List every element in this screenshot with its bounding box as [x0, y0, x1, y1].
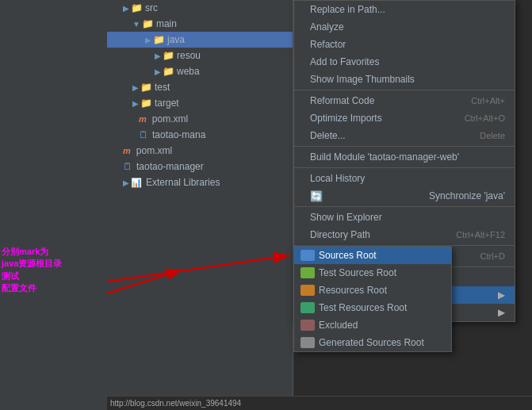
- folder-icon-resou: 📁: [163, 50, 174, 61]
- tree-item-java[interactable]: ▶ 📁 java: [107, 32, 293, 48]
- sync-icon: 🔄: [310, 190, 323, 202]
- submenu-item-resources[interactable]: Resources Root: [294, 282, 451, 299]
- tree-label-java: java: [167, 34, 185, 45]
- separator-1: [294, 90, 515, 90]
- tree-item-test[interactable]: ▶ 📁 test: [107, 79, 293, 95]
- menu-item-refactor[interactable]: Refactor: [294, 36, 515, 53]
- tree-label-pom2: pom.xml: [136, 145, 172, 156]
- menu-item-analyze[interactable]: Analyze: [294, 18, 515, 36]
- expand-arrow-target: ▶: [132, 99, 139, 108]
- submenu-item-excluded[interactable]: Excluded: [294, 316, 451, 334]
- tree-label-weba: weba: [177, 66, 200, 77]
- tree-item-taotao2[interactable]: 🗒 taotao-manager: [107, 159, 293, 174]
- menu-item-delete[interactable]: Delete... Delete: [294, 127, 515, 144]
- diagrams-arrow: ▶: [498, 307, 505, 318]
- expand-arrow-src: ▶: [123, 4, 129, 13]
- tree-item-taotao1[interactable]: 🗒 taotao-mana: [107, 127, 293, 143]
- separator-3: [294, 167, 515, 168]
- expand-arrow-test: ▶: [132, 83, 139, 92]
- folder-icon-java: 📁: [153, 34, 165, 45]
- submenu-label-testresources: Test Resources Root: [319, 302, 407, 313]
- expand-arrow-main: ▼: [132, 20, 140, 29]
- folder-icon-weba: 📁: [163, 66, 174, 77]
- expand-arrow-weba: ▶: [155, 67, 161, 76]
- tree-item-src[interactable]: ▶ 📁 src: [107, 0, 293, 16]
- tree-label-main: main: [156, 18, 177, 29]
- icon-maven-pom1: m: [139, 114, 147, 124]
- separator-4: [294, 206, 515, 207]
- tree-label-src: src: [145, 2, 158, 13]
- tree-item-pom2[interactable]: m pom.xml: [107, 143, 293, 159]
- submenu-item-testsources[interactable]: Test Sources Root: [294, 264, 451, 282]
- submenu-item-sources[interactable]: Sources Root: [294, 247, 451, 264]
- tree-label-test: test: [155, 82, 170, 93]
- tree-item-extlib[interactable]: ▶ 📊 External Libraries: [107, 174, 293, 190]
- tree-label-pom1: pom.xml: [152, 113, 188, 125]
- url-text: http://blog.csdn.net/weixin_39641494: [110, 399, 241, 408]
- submenu-label-resources: Resources Root: [319, 285, 387, 296]
- menu-item-showin[interactable]: Show in Explorer: [294, 209, 515, 226]
- icon-maven-pom2: m: [123, 146, 131, 155]
- menu-item-optimize[interactable]: Optimize Imports Ctrl+Alt+O: [294, 109, 515, 127]
- menu-item-favorites[interactable]: Add to Favorites: [294, 53, 515, 71]
- folder-icon-src: 📁: [131, 2, 143, 13]
- expand-arrow-extlib: ▶: [123, 178, 129, 187]
- submenu-item-testresources[interactable]: Test Resources Root: [294, 299, 451, 316]
- tree-item-resou[interactable]: ▶ 📁 resou: [107, 48, 293, 63]
- submenu-markdir: Sources Root Test Sources Root Resources…: [293, 246, 452, 352]
- icon-test-resources: [300, 302, 315, 313]
- menu-item-synchronize[interactable]: 🔄 Synchronize 'java': [294, 187, 515, 205]
- icon-generated: [300, 337, 315, 348]
- icon-extlib: 📊: [131, 178, 142, 188]
- tree-item-target[interactable]: ▶ 📁 target: [107, 95, 293, 111]
- submenu-arrow: ▶: [498, 289, 505, 301]
- tree-label-extlib: External Libraries: [146, 177, 220, 188]
- sidebar-annotation: 分别mark为 java资源根目录 测试 配置文件: [2, 246, 62, 295]
- menu-item-replace[interactable]: Replace in Path...: [294, 1, 515, 18]
- menu-item-history[interactable]: Local History: [294, 170, 515, 187]
- submenu-item-generated[interactable]: Generated Sources Root: [294, 334, 451, 351]
- folder-icon-test: 📁: [140, 82, 152, 93]
- menu-item-reformat[interactable]: Reformat Code Ctrl+Alt+: [294, 92, 515, 109]
- icon-db-taotao2: 🗒: [123, 161, 132, 172]
- tree-label-taotao2: taotao-manager: [136, 161, 204, 172]
- submenu-label-generated: Generated Sources Root: [319, 337, 424, 348]
- separator-2: [294, 146, 515, 147]
- expand-arrow-resou: ▶: [155, 52, 161, 60]
- tree-label-target: target: [155, 98, 179, 109]
- expand-arrow-java: ▶: [145, 36, 151, 44]
- submenu-label-excluded: Excluded: [319, 320, 358, 331]
- file-tree-panel: ▶ 📁 src ▼ 📁 main ▶ 📁 java ▶ 📁 resou ▶ 📁 …: [107, 0, 293, 410]
- submenu-label-sources: Sources Root: [319, 250, 377, 261]
- tree-item-pom1[interactable]: m pom.xml: [107, 111, 293, 127]
- icon-excluded: [300, 320, 315, 331]
- tree-label-resou: resou: [177, 50, 201, 61]
- tree-item-weba[interactable]: ▶ 📁 weba: [107, 63, 293, 79]
- tree-item-main[interactable]: ▼ 📁 main: [107, 16, 293, 32]
- submenu-label-testsources: Test Sources Root: [319, 267, 396, 278]
- menu-item-build[interactable]: Build Module 'taotao-manager-web': [294, 148, 515, 166]
- icon-test-sources: [300, 267, 315, 278]
- url-bar: http://blog.csdn.net/weixin_39641494: [107, 396, 532, 410]
- left-sidebar: 分别mark为 java资源根目录 测试 配置文件: [0, 0, 107, 410]
- icon-db-taotao1: 🗒: [139, 129, 148, 140]
- icon-resources: [300, 285, 315, 296]
- folder-icon-main: 📁: [142, 18, 154, 29]
- menu-item-dirpath[interactable]: Directory Path Ctrl+Alt+F12: [294, 226, 515, 243]
- folder-icon-target: 📁: [140, 98, 152, 109]
- icon-sources: [300, 250, 315, 261]
- menu-item-thumbnails[interactable]: Show Image Thumbnails: [294, 71, 515, 88]
- tree-label-taotao1: taotao-mana: [152, 129, 205, 140]
